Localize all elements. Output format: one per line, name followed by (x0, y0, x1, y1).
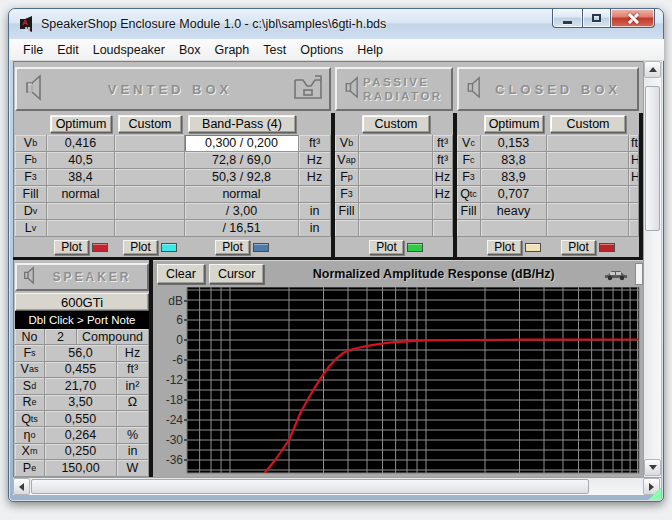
closed-value-cell[interactable]: 83,9 (481, 169, 547, 186)
maximize-button[interactable] (582, 9, 610, 28)
speaker-compound-cell[interactable]: Compound (77, 329, 149, 345)
vented-unit-cell: Hz (299, 152, 331, 169)
vertical-scroll-thumb[interactable] (645, 86, 660, 231)
closed-value-cell[interactable]: heavy (481, 203, 547, 220)
passive-unit-cell: Hz (433, 186, 453, 203)
menu-file[interactable]: File (16, 40, 50, 60)
amplitude-response-plot[interactable]: dB60-6-12-18-24-30-36 (153, 287, 643, 477)
vented-column-button-band-pass-4-[interactable]: Band-Pass (4) (188, 115, 296, 133)
closed-value-cell[interactable] (547, 135, 629, 152)
vented-plot-button-1[interactable]: Plot (123, 240, 158, 255)
speaker-value-cell[interactable]: 0,550 (45, 411, 117, 427)
vented-column-header: Band-Pass (4) (185, 113, 299, 135)
closed-plot-button-1[interactable]: Plot (561, 240, 596, 255)
closed-value-cell[interactable] (481, 220, 547, 237)
closed-value-cell[interactable]: 0,153 (481, 135, 547, 152)
closed-column-button-custom[interactable]: Custom (550, 115, 626, 133)
speaker-model-button[interactable]: 600GTi (15, 293, 149, 311)
speaker-value-cell[interactable]: 0,264 (45, 427, 117, 443)
passive-row-label: Vb (335, 135, 359, 152)
speaker-value-cell[interactable]: 21,70 (45, 378, 117, 394)
vented-value-cell[interactable] (115, 220, 185, 237)
scroll-left-button[interactable] (13, 478, 30, 495)
passive-value-cell[interactable] (359, 169, 433, 186)
car-icon[interactable] (603, 267, 629, 281)
vented-value-cell[interactable]: normal (185, 186, 299, 203)
closed-value-cell[interactable] (547, 220, 629, 237)
closed-value-cell[interactable]: 0,707 (481, 186, 547, 203)
vented-value-cell[interactable] (115, 169, 185, 186)
closed-value-cell[interactable] (547, 186, 629, 203)
passive-value-cell[interactable] (359, 186, 433, 203)
closed-unit-cell: ft³ (629, 135, 639, 152)
menu-loudspeaker[interactable]: Loudspeaker (86, 40, 172, 60)
title-bar[interactable]: A M SpeakerShop Enclosure Module 1.0 - c… (9, 9, 663, 39)
speaker-row-label: ηo (15, 427, 45, 443)
close-button[interactable] (610, 9, 655, 28)
scroll-up-button[interactable] (644, 61, 661, 78)
closed-unit-cell (629, 186, 639, 203)
vertical-scrollbar[interactable] (643, 61, 661, 477)
vented-value-cell[interactable]: / 3,00 (185, 203, 299, 220)
closed-column-button-optimum[interactable]: Optimum (484, 115, 544, 133)
passive-value-cell[interactable] (359, 203, 433, 220)
vented-plot-button-0[interactable]: Plot (54, 240, 89, 255)
vented-value-cell[interactable]: 0,416 (47, 135, 115, 152)
vented-value-cell[interactable] (115, 152, 185, 169)
menu-box[interactable]: Box (172, 40, 208, 60)
app-icon[interactable]: A M (19, 16, 35, 32)
vented-column-button-custom[interactable]: Custom (118, 115, 182, 133)
passive-value-cell[interactable] (359, 220, 433, 237)
speaker-value-cell[interactable]: 150,00 (45, 460, 117, 476)
vented-value-cell[interactable] (47, 203, 115, 220)
closed-value-cell[interactable]: 83,8 (481, 152, 547, 169)
menu-options[interactable]: Options (293, 40, 350, 60)
vented-value-cell[interactable] (115, 135, 185, 152)
menu-edit[interactable]: Edit (50, 40, 86, 60)
menu-graph[interactable]: Graph (208, 40, 257, 60)
passive-plot-button-0[interactable]: Plot (369, 240, 404, 255)
vented-value-cell[interactable]: normal (47, 186, 115, 203)
vented-value-cell[interactable] (47, 220, 115, 237)
closed-plot-button-0[interactable]: Plot (487, 240, 522, 255)
cursor-button[interactable]: Cursor (209, 264, 265, 284)
passive-column-button-custom[interactable]: Custom (362, 115, 430, 133)
speaker-value-cell[interactable]: 56,0 (45, 345, 117, 361)
speaker-title: SPEAKER (42, 270, 142, 284)
speaker-value-cell[interactable]: 3,50 (45, 395, 117, 411)
horizontal-scrollbar[interactable] (13, 477, 661, 495)
closed-value-cell[interactable] (547, 169, 629, 186)
closed-unit-cell (629, 220, 639, 237)
vented-plot-color-swatch (161, 243, 177, 252)
vented-value-cell[interactable]: 0,300 / 0,200 (185, 135, 299, 152)
menu-help[interactable]: Help (350, 40, 390, 60)
partial-toolbar-button[interactable] (635, 263, 643, 285)
vented-value-cell[interactable]: 72,8 / 69,0 (185, 152, 299, 169)
closed-value-cell[interactable] (547, 152, 629, 169)
vented-column-button-optimum[interactable]: Optimum (50, 115, 112, 133)
port-note-bar[interactable]: Dbl Click > Port Note (15, 311, 149, 329)
vented-value-cell[interactable]: / 16,51 (185, 220, 299, 237)
vented-value-cell[interactable]: 40,5 (47, 152, 115, 169)
svg-text:-12: -12 (166, 373, 184, 387)
speaker-row-label: Re (15, 395, 45, 411)
minimize-button[interactable] (552, 9, 582, 28)
closed-value-cell[interactable] (547, 203, 629, 220)
vented-value-cell[interactable] (115, 186, 185, 203)
menu-test[interactable]: Test (256, 40, 293, 60)
horizontal-scroll-thumb[interactable] (31, 479, 589, 494)
scroll-down-button[interactable] (644, 459, 661, 476)
vented-value-cell[interactable] (115, 203, 185, 220)
passive-value-cell[interactable] (359, 135, 433, 152)
vented-plot-color-swatch (253, 243, 269, 252)
speaker-value-cell[interactable]: 0,455 (45, 362, 117, 378)
passive-unit-cell: ft³ (433, 152, 453, 169)
vented-plot-button-2[interactable]: Plot (215, 240, 250, 255)
speaker-value-cell[interactable]: 0,250 (45, 444, 117, 460)
vented-value-cell[interactable]: 50,3 / 92,8 (185, 169, 299, 186)
vented-value-cell[interactable]: 38,4 (47, 169, 115, 186)
passive-value-cell[interactable] (359, 152, 433, 169)
speaker-no-value[interactable]: 2 (45, 329, 77, 345)
closed-row-label: F3 (457, 169, 481, 186)
clear-button[interactable]: Clear (157, 264, 205, 284)
